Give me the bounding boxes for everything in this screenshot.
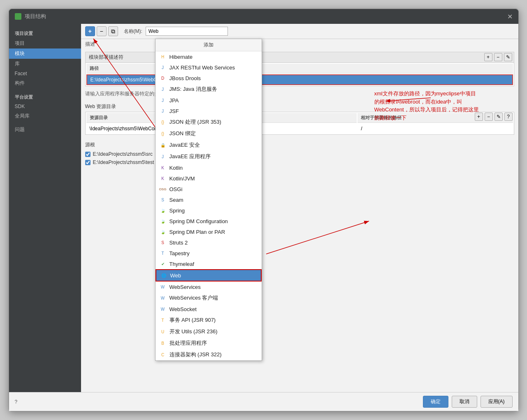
webservices-icon: W	[160, 284, 166, 290]
module-descriptor-header: 模块部署描述符 + − ✎	[86, 52, 514, 63]
dropdown-item-jms[interactable]: J JMS: Java 消息服务	[156, 83, 262, 95]
dropdown-item-websocket[interactable]: W WebSocket	[156, 304, 262, 314]
javaee-security-icon: 🔒	[160, 142, 166, 148]
close-button[interactable]: ✕	[507, 13, 513, 21]
dropdown-item-javaee-app[interactable]: J JavaEE 应用程序	[156, 151, 262, 162]
dropdown-item-thymeleaf[interactable]: ✔ Thymeleaf	[156, 258, 262, 269]
help-button[interactable]: ?	[15, 399, 18, 405]
add-button[interactable]: +	[85, 26, 95, 36]
remove-button[interactable]: −	[97, 26, 107, 36]
dropdown-item-batch[interactable]: B 批处理应用程序	[156, 337, 262, 349]
web-icon: 🌐	[160, 272, 167, 279]
path-column-header: 路径	[86, 64, 513, 74]
edit-descriptor-button[interactable]: ✎	[504, 53, 512, 61]
utils-icon: U	[160, 328, 166, 335]
source-root-path-0: E:\IdeaProjects\zhssm5\src	[93, 151, 153, 157]
project-settings-label: 项目设置	[9, 28, 81, 38]
title-bar: 项目结构 ✕	[9, 9, 518, 24]
source-root-path-1: E:\IdeaProjects\zhssm5\test	[93, 159, 154, 165]
description-label: 描述	[81, 39, 518, 49]
cancel-button[interactable]: 取消	[452, 396, 477, 408]
sidebar-item-artifact[interactable]: 构件	[9, 78, 81, 88]
dropdown-item-kotlin[interactable]: K Kotlin	[156, 162, 262, 173]
thymeleaf-icon: ✔	[160, 261, 166, 267]
relative-path-value: /	[358, 124, 513, 134]
jms-icon: J	[160, 86, 166, 92]
sidebar-item-sdk[interactable]: SDK	[9, 102, 81, 111]
sidebar: 项目设置 项目 模块 库 Facet 构件 平台设置 SDK 全局库	[9, 24, 81, 392]
annotation-xml-path: xml文件存放的路径，因为myeclipse中项目 的根目录叫webroot，而…	[374, 90, 514, 122]
sidebar-divider	[9, 88, 81, 92]
dropdown-item-hibernate[interactable]: H Hibernate	[156, 51, 262, 62]
dropdown-item-json-processing[interactable]: {} JSON 处理 (JSR 353)	[156, 116, 262, 128]
source-root-checkbox-0[interactable]	[85, 152, 91, 157]
dropdown-item-connector[interactable]: C 连接器架构 (JSR 322)	[156, 349, 262, 360]
dropdown-item-struts2[interactable]: S Struts 2	[156, 237, 262, 248]
module-descriptor-title: 模块部署描述符	[89, 54, 123, 61]
dropdown-item-spring-dm-config[interactable]: 🍃 Spring DM Configuration	[156, 216, 262, 226]
remove-descriptor-button[interactable]: −	[494, 53, 502, 61]
sidebar-item-problems[interactable]: 问题	[9, 125, 81, 135]
dropdown-item-osgi[interactable]: OSG OSGi	[156, 184, 262, 194]
confirm-button[interactable]: 确定	[423, 396, 448, 408]
dropdown-item-kotlin-jvm[interactable]: K Kotlin/JVM	[156, 173, 262, 184]
dropdown-item-utils[interactable]: U 开发 Utils (JSR 236)	[156, 326, 262, 337]
dropdown-item-jpa[interactable]: J JPA	[156, 95, 262, 106]
title-bar-left: 项目结构	[15, 13, 46, 20]
table-row[interactable]: \IdeaProjects\zhssm5\WebContent /	[86, 124, 513, 134]
source-roots-section: 源根 E:\IdeaProjects\zhssm5\src E:\IdeaPro…	[85, 140, 514, 166]
apply-button[interactable]: 应用(A)	[481, 396, 513, 408]
sidebar-item-module[interactable]: 模块	[9, 48, 81, 59]
sidebar-item-library[interactable]: 库	[9, 59, 81, 69]
spring-dm-config-icon: 🍃	[160, 218, 166, 224]
name-input[interactable]	[146, 27, 228, 36]
app-icon	[15, 13, 21, 20]
platform-settings-label: 平台设置	[9, 92, 81, 102]
json-processing-icon: {}	[160, 119, 166, 125]
table-row[interactable]: E:\IdeaProjects\zhssm5\WebContent\WEB-IN…	[86, 74, 513, 85]
spring-dm-plan-icon: 🍃	[160, 228, 166, 235]
dropdown-item-tapestry[interactable]: T Tapestry	[156, 248, 262, 258]
source-root-item-0: E:\IdeaProjects\zhssm5\src	[85, 150, 514, 158]
transaction-icon: T	[160, 317, 166, 323]
dropdown-title: 添加	[156, 39, 262, 51]
dropdown-item-webservices-client[interactable]: W WebServices 客户端	[156, 292, 262, 304]
copy-button[interactable]: ⧉	[108, 26, 118, 36]
dropdown-item-jax-rest[interactable]: J JAX RESTful Web Services	[156, 62, 262, 73]
dropdown-item-webservices[interactable]: W WebServices	[156, 282, 262, 292]
source-roots-title: 源根	[85, 140, 514, 150]
svg-line-3	[266, 221, 369, 254]
footer-buttons: 确定 取消 应用(A)	[423, 396, 513, 408]
source-root-item-1: E:\IdeaProjects\zhssm5\test	[85, 158, 514, 166]
sidebar-item-global-lib[interactable]: 全局库	[9, 111, 81, 121]
batch-icon: B	[160, 340, 166, 346]
dropdown-item-seam[interactable]: S Seam	[156, 194, 262, 205]
dropdown-item-transaction[interactable]: T 事务 API (JSR 907)	[156, 314, 262, 326]
project-structure-dialog: 项目结构 ✕ 项目设置 项目 模块 库 Facet 构件 平台设置	[9, 9, 519, 411]
kotlin-jvm-icon: K	[160, 175, 166, 182]
dropdown-item-spring[interactable]: 🍃 Spring	[156, 205, 262, 216]
source-root-checkbox-1[interactable]	[85, 160, 91, 165]
dropdown-item-javaee-security[interactable]: 🔒 JavaEE 安全	[156, 139, 262, 151]
sidebar-item-facet[interactable]: Facet	[9, 69, 81, 78]
footer: ? 确定 取消 应用(A)	[9, 392, 518, 411]
module-descriptor-table: 路径 E:\IdeaProjects\zhssm5\WebContent\WEB…	[86, 63, 514, 86]
dropdown-menu: 添加 H Hibernate J JAX RESTful Web Service…	[155, 39, 262, 361]
dropdown-item-json-binding[interactable]: {} JSON 绑定	[156, 128, 262, 139]
dropdown-item-jboss-drools[interactable]: D JBoss Drools	[156, 73, 262, 83]
name-label: 名称(M):	[124, 28, 142, 35]
spring-icon: 🍃	[160, 207, 166, 214]
descriptor-path: E:\IdeaProjects\zhssm5\WebContent\WEB-IN…	[86, 74, 513, 85]
seam-icon: S	[160, 196, 166, 203]
add-descriptor-button[interactable]: +	[484, 53, 492, 61]
websocket-icon: W	[160, 306, 166, 312]
sidebar-divider2	[9, 121, 81, 125]
content-area: 项目设置 项目 模块 库 Facet 构件 平台设置 SDK 全局库	[9, 24, 518, 392]
javaee-app-icon: J	[160, 153, 166, 160]
sidebar-item-project[interactable]: 项目	[9, 38, 81, 48]
jpa-icon: J	[160, 97, 166, 104]
dropdown-item-spring-dm-plan[interactable]: 🍃 Spring DM Plan or PAR	[156, 226, 262, 237]
osgi-icon: OSG	[160, 186, 166, 192]
dropdown-item-jsf[interactable]: J JSF	[156, 106, 262, 116]
dropdown-item-web[interactable]: 🌐 Web	[156, 269, 262, 282]
